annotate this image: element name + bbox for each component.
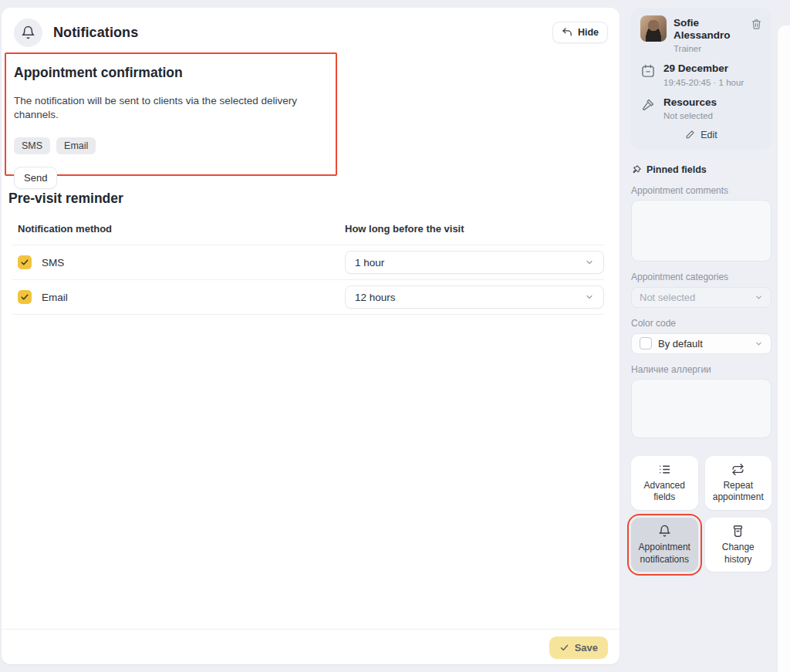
- comments-label: Appointment comments: [631, 185, 771, 196]
- schedule-row: 29 December 19:45-20:45 · 1 hour: [640, 62, 762, 86]
- column-header-method: Notification method: [12, 223, 345, 235]
- save-button-label: Save: [575, 642, 598, 653]
- send-button[interactable]: Send: [14, 167, 57, 189]
- resources-row: Resources Not selected: [640, 96, 762, 120]
- color-code-select[interactable]: By default: [631, 333, 771, 354]
- email-duration-value: 12 hours: [355, 292, 396, 303]
- action-label: Advanced fields: [634, 480, 695, 504]
- categories-select[interactable]: Not selected: [631, 287, 771, 308]
- allergy-textarea[interactable]: [631, 379, 771, 438]
- appointment-sidebar: Sofie Alessandro Trainer 29 December 19:…: [631, 8, 771, 572]
- appointment-date: 29 December: [663, 62, 744, 75]
- chevron-down-icon: [585, 258, 594, 267]
- column-header-duration: How long before the visit: [345, 223, 604, 235]
- resources-value: Not selected: [663, 111, 717, 120]
- method-label-sms: SMS: [42, 257, 64, 268]
- delivery-channels: SMS Email: [14, 137, 328, 154]
- action-label: Appointment notifications: [634, 542, 695, 566]
- sms-duration-select[interactable]: 1 hour: [345, 251, 604, 274]
- section-title: Appointment confirmation: [14, 65, 328, 81]
- edit-button-label: Edit: [701, 130, 717, 140]
- action-label: Change history: [708, 542, 769, 566]
- list-icon: [658, 463, 671, 476]
- hide-button[interactable]: Hide: [552, 22, 608, 43]
- pin-icon: [631, 164, 642, 175]
- check-icon: [20, 258, 29, 267]
- chevron-down-icon: [585, 292, 594, 302]
- check-icon: [559, 643, 569, 653]
- save-button[interactable]: Save: [549, 637, 608, 659]
- sms-checkbox[interactable]: [18, 255, 32, 269]
- appointment-time: 19:45-20:45 · 1 hour: [663, 78, 744, 87]
- hide-button-label: Hide: [578, 27, 599, 38]
- previsit-reminder-title: Pre-visit reminder: [8, 191, 123, 207]
- undo-arrow-icon: [562, 27, 572, 38]
- panel-footer: Save: [2, 629, 620, 664]
- repeat-icon: [731, 463, 744, 476]
- color-code-value: By default: [658, 338, 703, 350]
- color-default-checkbox[interactable]: [640, 337, 652, 350]
- staff-role: Trainer: [674, 44, 744, 53]
- hammer-icon: [640, 96, 656, 120]
- color-code-label: Color code: [631, 318, 771, 329]
- check-icon: [20, 292, 29, 302]
- bell-icon: [658, 525, 671, 538]
- advanced-fields-button[interactable]: Advanced fields: [631, 456, 698, 510]
- pinned-fields-header: Pinned fields: [631, 164, 771, 175]
- repeat-appointment-button[interactable]: Repeat appointment: [705, 456, 772, 510]
- change-history-button[interactable]: Change history: [705, 518, 772, 572]
- categories-label: Appointment categories: [631, 272, 771, 282]
- appointment-confirmation-section: Appointment confirmation The notificatio…: [5, 52, 337, 176]
- edit-appointment-button[interactable]: Edit: [685, 130, 717, 140]
- table-header-row: Notification method How long before the …: [12, 218, 604, 245]
- trash-icon: [751, 19, 762, 30]
- panel-header: Notifications Hide: [14, 17, 608, 48]
- email-checkbox[interactable]: [18, 290, 32, 304]
- allergy-label: Наличие аллергии: [631, 364, 771, 375]
- adjacent-panel-edge: [778, 25, 790, 672]
- sms-duration-value: 1 hour: [355, 257, 384, 268]
- method-label-email: Email: [42, 292, 68, 303]
- staff-name: Sofie Alessandro: [674, 15, 744, 42]
- pinned-fields-title: Pinned fields: [647, 164, 707, 175]
- chevron-down-icon: [755, 293, 763, 302]
- page-title: Notifications: [53, 25, 138, 41]
- delete-appointment-button[interactable]: [751, 15, 762, 53]
- action-label: Repeat appointment: [708, 480, 769, 504]
- resources-label: Resources: [663, 96, 717, 109]
- avatar: [640, 15, 667, 42]
- comments-textarea[interactable]: [631, 200, 771, 262]
- pencil-icon: [685, 130, 695, 140]
- email-duration-select[interactable]: 12 hours: [345, 285, 604, 309]
- table-row-sms: SMS 1 hour: [12, 245, 604, 280]
- categories-placeholder: Not selected: [640, 292, 695, 303]
- table-row-email: Email 12 hours: [12, 280, 604, 315]
- notifications-panel: Notifications Hide Appointment confirmat…: [2, 8, 620, 664]
- bell-icon: [14, 19, 42, 47]
- chevron-down-icon: [755, 339, 763, 348]
- channel-tag-sms: SMS: [14, 137, 50, 154]
- section-description: The notification will be sent to clients…: [14, 94, 328, 122]
- channel-tag-email: Email: [56, 137, 96, 154]
- reminder-table: Notification method How long before the …: [12, 218, 604, 315]
- calendar-icon: [640, 62, 656, 86]
- appointment-notifications-button[interactable]: Appointment notifications: [631, 518, 698, 572]
- sidebar-actions: Advanced fields Repeat appointment Appoi…: [631, 456, 771, 572]
- archive-icon: [731, 525, 744, 538]
- appointment-info-card: Sofie Alessandro Trainer 29 December 19:…: [631, 8, 771, 150]
